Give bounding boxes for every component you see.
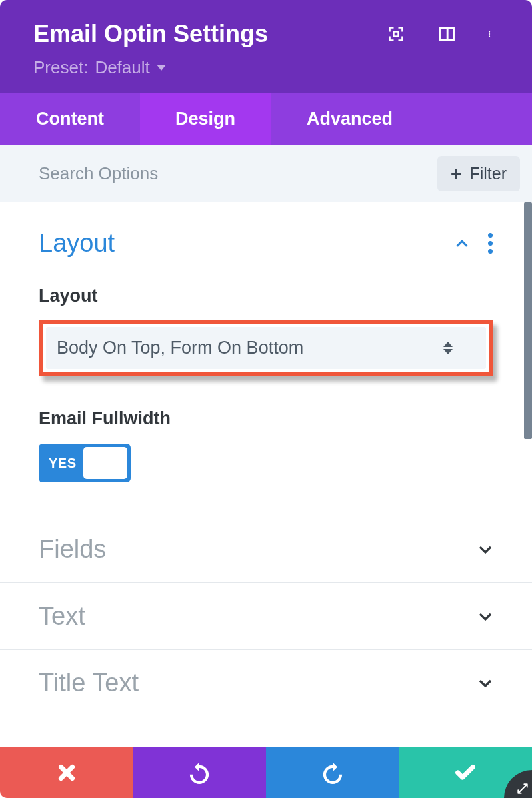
- select-arrows-icon: [443, 342, 453, 354]
- toggle-value: YES: [42, 456, 83, 471]
- svg-point-3: [489, 31, 490, 33]
- svg-point-4: [489, 33, 490, 35]
- svg-point-5: [489, 35, 490, 37]
- redo-icon: [321, 761, 344, 784]
- section-fields[interactable]: Fields: [0, 516, 532, 583]
- scrollbar[interactable]: [524, 202, 532, 439]
- search-bar: + Filter: [0, 145, 532, 202]
- redo-button[interactable]: [266, 747, 399, 798]
- section-layout: Layout Layout Body On Top, Form On Botto…: [0, 202, 532, 516]
- section-title-text[interactable]: Title Text: [0, 650, 532, 716]
- chevron-down-icon: [477, 542, 493, 558]
- more-options-icon[interactable]: [488, 25, 495, 43]
- tab-design[interactable]: Design: [140, 93, 271, 145]
- layout-select-value: Body On Top, Form On Bottom: [57, 338, 303, 358]
- tab-content[interactable]: Content: [0, 93, 140, 145]
- preset-selector[interactable]: Preset: Default: [33, 57, 499, 78]
- layout-section-title[interactable]: Layout: [39, 229, 115, 258]
- settings-body: Layout Layout Body On Top, Form On Botto…: [0, 202, 532, 747]
- chevron-down-icon: [477, 675, 493, 691]
- undo-icon: [188, 761, 211, 784]
- caret-down-icon: [157, 65, 166, 71]
- page-title: Email Optin Settings: [33, 20, 268, 48]
- highlight-annotation: Body On Top, Form On Bottom: [39, 320, 493, 376]
- undo-button[interactable]: [133, 747, 267, 798]
- svg-rect-0: [394, 32, 399, 37]
- header-actions: [387, 25, 495, 43]
- chevron-down-icon: [477, 609, 493, 625]
- resize-icon: [517, 783, 529, 795]
- section-text[interactable]: Text: [0, 583, 532, 650]
- search-input[interactable]: [39, 163, 437, 184]
- preset-prefix: Preset:: [33, 57, 88, 78]
- tab-advanced[interactable]: Advanced: [271, 93, 532, 145]
- fullscreen-icon[interactable]: [387, 25, 405, 43]
- section-fields-title: Fields: [39, 535, 106, 564]
- check-icon: [454, 761, 477, 784]
- cancel-button[interactable]: [0, 747, 133, 798]
- filter-label: Filter: [469, 164, 507, 183]
- section-text-title: Text: [39, 602, 85, 631]
- toggle-knob: [83, 447, 127, 479]
- layout-field-label: Layout: [39, 286, 493, 306]
- sidebar-toggle-icon[interactable]: [437, 25, 456, 43]
- filter-button[interactable]: + Filter: [437, 156, 520, 191]
- settings-header: Email Optin Settings Preset: Default: [0, 0, 532, 93]
- fullwidth-field-label: Email Fullwidth: [39, 408, 493, 429]
- fullwidth-toggle[interactable]: YES: [39, 444, 131, 482]
- close-icon: [55, 761, 78, 784]
- section-options-icon[interactable]: [488, 233, 493, 254]
- collapse-icon[interactable]: [455, 236, 469, 251]
- plus-icon: +: [451, 165, 461, 183]
- section-title-text-title: Title Text: [39, 669, 139, 697]
- layout-select[interactable]: Body On Top, Form On Bottom: [46, 327, 486, 369]
- preset-name: Default: [95, 57, 149, 78]
- footer-actions: [0, 747, 532, 798]
- tab-bar: Content Design Advanced: [0, 93, 532, 145]
